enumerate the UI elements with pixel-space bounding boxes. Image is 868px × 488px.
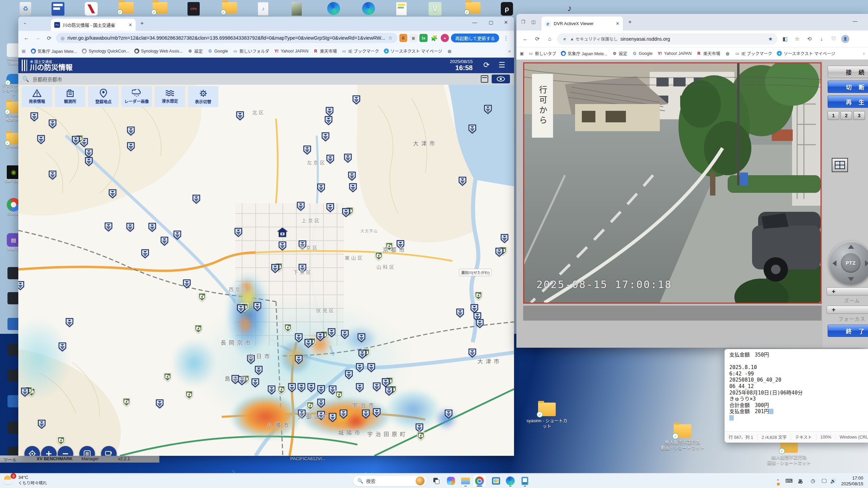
desktop-left-icon[interactable]: [1, 292, 18, 304]
chrome-menu-icon[interactable]: ⋮: [501, 33, 511, 43]
profile-avatar[interactable]: ●: [441, 34, 449, 42]
play-button[interactable]: 再 生: [828, 96, 868, 108]
notepad-taskbar-button[interactable]: [518, 475, 531, 487]
edge-favorite-star-icon[interactable]: ★: [768, 36, 773, 42]
desktop-shortcut-folder[interactable]: ✓syasinn - ショートカ ット: [525, 403, 569, 429]
water-level-marker[interactable]: [458, 177, 466, 186]
gauge-camera-marker[interactable]: [316, 331, 328, 341]
bookmark-star-icon[interactable]: ☆: [388, 35, 393, 41]
water-level-marker[interactable]: [183, 279, 191, 288]
touch-keyboard-icon[interactable]: ⌨: [785, 473, 793, 488]
chrome-bookmark-item[interactable]: R楽天市場: [311, 47, 339, 55]
desktop-icon-blueapp[interactable]: [52, 2, 64, 16]
chrome-bookmark-item[interactable]: ⚙設定: [185, 47, 205, 55]
water-level-marker[interactable]: [340, 409, 348, 419]
calendar-icon[interactable]: [481, 75, 488, 83]
flood-map[interactable]: 北区左京区上京区中京区下京区東山区山科区西京区伏見区京都市大津市大津市長岡京市向…: [18, 85, 514, 456]
edge-tab-close-icon[interactable]: ✕: [616, 21, 619, 26]
chrome-bookmark-item[interactable]: ◍: [445, 47, 454, 55]
water-level-marker[interactable]: [471, 304, 478, 313]
water-level-marker[interactable]: [469, 348, 476, 358]
registered-home-marker[interactable]: [277, 227, 288, 237]
water-level-marker[interactable]: [469, 124, 476, 134]
water-level-marker[interactable]: [253, 302, 261, 311]
volume-icon[interactable]: 🔊: [830, 473, 836, 488]
water-level-marker[interactable]: [288, 383, 296, 392]
chrome-minimize-button[interactable]: —: [468, 17, 481, 28]
water-level-marker[interactable]: [297, 383, 305, 392]
water-level-marker[interactable]: [373, 408, 381, 417]
chrome-bookmark-item[interactable]: Y!Yahoo! JAPAN: [272, 47, 311, 55]
ime-mode-icon[interactable]: あ: [798, 473, 803, 488]
desktop-left-icon[interactable]: [1, 318, 18, 330]
ptz-up-arrow[interactable]: [848, 245, 854, 249]
water-level-marker[interactable]: [161, 237, 169, 246]
desktop-icon-label-pacifica[interactable]: PACIFICA612VI...: [288, 456, 328, 462]
file-explorer-button[interactable]: [459, 475, 472, 487]
zoom-slider[interactable]: +−: [827, 287, 868, 296]
edge-profile-avatar[interactable]: 👤: [841, 35, 849, 43]
map-search-bar[interactable]: 🔍 京都府京都市: [18, 73, 514, 85]
water-level-marker[interactable]: [328, 328, 335, 338]
desktop-icon-cpuz[interactable]: CPU: [188, 2, 200, 16]
water-level-marker[interactable]: [174, 231, 181, 240]
quad-view-button[interactable]: [832, 158, 848, 172]
water-level-marker[interactable]: [127, 142, 135, 151]
desktop-left-icon[interactable]: [1, 369, 18, 382]
edge-bookmark-item[interactable]: GGoogle: [630, 50, 655, 57]
network-icon[interactable]: 🖵: [822, 473, 827, 488]
address-bar[interactable]: ◎ river.go.jp/kawabou/mb?zm=12&clat=34.9…: [56, 33, 397, 43]
gauge-camera-marker[interactable]: [358, 348, 370, 359]
storage-tray-icon[interactable]: ◷: [811, 473, 815, 488]
water-level-marker[interactable]: [156, 399, 163, 408]
extension-1s-icon[interactable]: 1s: [419, 34, 428, 42]
desktop-left-icon[interactable]: ✓デスクトップ ショートカット: [1, 74, 18, 97]
edge-back-icon[interactable]: ←: [520, 34, 530, 44]
water-level-marker[interactable]: [349, 183, 357, 192]
water-level-marker[interactable]: [105, 223, 113, 232]
water-level-marker[interactable]: [326, 203, 334, 212]
refresh-icon[interactable]: ⟳: [44, 33, 54, 43]
desktop-icon-photo[interactable]: [292, 2, 302, 16]
chrome-close-button[interactable]: ✕: [499, 17, 513, 28]
tray-hidden-icons[interactable]: ⌃: [776, 473, 780, 488]
edge-active-tab[interactable]: e DVR ActiveX Viewer ✕: [541, 17, 623, 30]
desktop-icon-vgreen[interactable]: V: [429, 2, 441, 16]
extension-photo-icon[interactable]: ▦: [409, 34, 417, 42]
edge-minimize-button[interactable]: —: [848, 15, 862, 27]
ptz-left-arrow[interactable]: [832, 260, 836, 266]
favorites-icon[interactable]: ☆: [792, 34, 802, 44]
water-level-marker[interactable]: [141, 249, 149, 258]
water-level-marker[interactable]: [322, 132, 330, 141]
desktop-icon-recycle[interactable]: ♻: [20, 2, 31, 16]
water-level-marker[interactable]: [30, 112, 38, 121]
map-tool-obs[interactable]: 観測所: [55, 86, 85, 107]
gauge-camera-marker[interactable]: [21, 386, 33, 396]
edge-new-tab-button[interactable]: +: [628, 19, 632, 25]
cctv-camera-marker[interactable]: [164, 372, 172, 382]
map-tool-pin[interactable]: 登録地点: [88, 86, 119, 107]
water-level-marker[interactable]: [501, 234, 509, 243]
water-level-marker[interactable]: [484, 105, 492, 114]
cctv-camera-marker[interactable]: [417, 431, 425, 441]
cctv-camera-marker[interactable]: [198, 293, 206, 302]
desktop-icon-music[interactable]: ♪: [565, 2, 575, 14]
disconnect-button[interactable]: 切 断: [828, 81, 868, 93]
water-level-marker[interactable]: [317, 399, 325, 408]
map-tool-radar[interactable]: レーダー画像: [121, 86, 152, 107]
gauge-camera-marker[interactable]: [304, 338, 316, 348]
map-tool-flood[interactable]: 浸水想定: [155, 86, 185, 107]
desktop-left-icon[interactable]: ▤Logi O: [1, 233, 18, 251]
water-level-marker[interactable]: [255, 366, 263, 375]
taskbar-search[interactable]: 🔍 検索: [353, 475, 427, 486]
split-screen-icon[interactable]: ◧: [780, 34, 790, 44]
channel-3-button[interactable]: 3: [853, 111, 865, 120]
water-level-marker[interactable]: [251, 378, 259, 387]
edge-bookmark-item[interactable]: R楽天市場: [694, 49, 723, 58]
desktop-icon-pdark[interactable]: ρ: [501, 2, 513, 16]
chrome-maximize-button[interactable]: ▢: [484, 17, 498, 28]
edge-address-bar[interactable]: e ▲セキュリティ保護なし sinsenyasai.nsddns.org ★: [557, 33, 777, 45]
desktop-shortcut-folder[interactable]: ✓無人販売不正行為 動画 - ショートカット: [660, 424, 705, 451]
downloads-icon[interactable]: ↓: [817, 34, 826, 44]
reading-list-icon[interactable]: ▣: [520, 51, 524, 56]
